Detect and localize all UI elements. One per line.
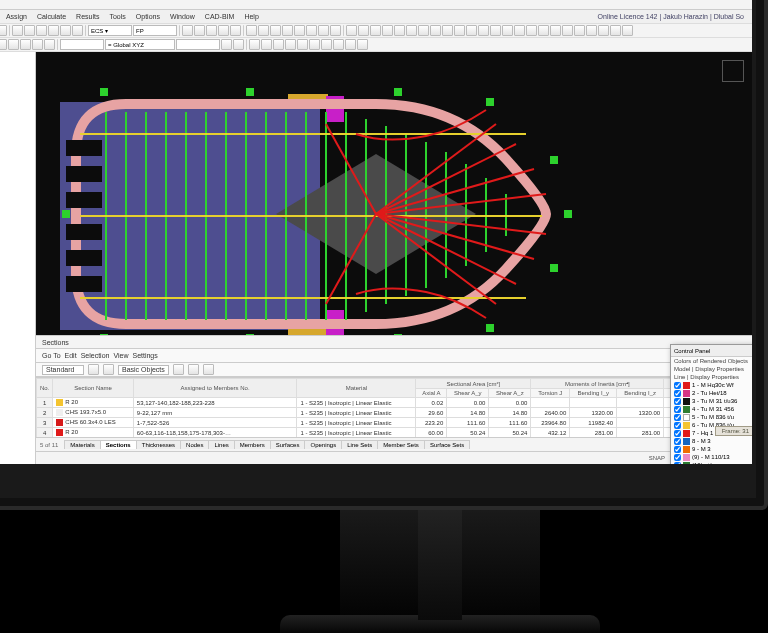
tool-button[interactable]: [418, 25, 429, 36]
tool-button[interactable]: [502, 25, 513, 36]
tool-button[interactable]: [24, 25, 35, 36]
sidebar-item[interactable]: Loads: [0, 153, 31, 162]
tool-button[interactable]: [514, 25, 525, 36]
navigator-sidebar[interactable]: RibbonLinesLoadsLoadImperfectionsImperfe…: [0, 52, 36, 464]
tool-button[interactable]: [233, 39, 244, 50]
sidebar-item[interactable]: Loads: [0, 72, 31, 81]
tool-button[interactable]: [206, 25, 217, 36]
sidebar-item[interactable]: …: [0, 243, 31, 252]
panel-checkbox[interactable]: [674, 438, 681, 445]
tool-button[interactable]: [194, 25, 205, 36]
table-row[interactable]: 3CHS 60.3x4.0 LES1-7,522-5261 - S235 | I…: [37, 418, 752, 428]
tool-button[interactable]: [103, 364, 114, 375]
sidebar-item[interactable]: Load: [0, 126, 31, 135]
toolbar-combo-coord[interactable]: = Global XYZ: [105, 39, 175, 50]
tool-button[interactable]: [306, 25, 317, 36]
sidebar-item[interactable]: al Loads: [0, 144, 31, 153]
table-row[interactable]: 2CHS 193.7x5.09-22,127 mm1 - S235 | Isot…: [37, 408, 752, 418]
tool-button[interactable]: [394, 25, 405, 36]
panel-row[interactable]: 5 - Tu M 836 t/u: [671, 413, 752, 421]
tool-button[interactable]: [203, 364, 214, 375]
tool-button[interactable]: [246, 25, 257, 36]
panel-checkbox[interactable]: [674, 430, 681, 437]
panel-row[interactable]: 3 - Tu M 31 t/u36: [671, 397, 752, 405]
sidebar-item[interactable]: Nodal Deformations: [0, 180, 31, 189]
tool-button[interactable]: [345, 39, 356, 50]
menu-help[interactable]: Help: [244, 13, 258, 20]
tool-button[interactable]: [230, 25, 241, 36]
menu-assign[interactable]: Assign: [6, 13, 27, 20]
tool-button[interactable]: [357, 39, 368, 50]
tool-button[interactable]: [318, 25, 329, 36]
link-edit[interactable]: Edit: [65, 352, 77, 359]
tool-button[interactable]: [258, 25, 269, 36]
tab-members[interactable]: Members: [234, 440, 271, 449]
sections-table[interactable]: No. Section Name Assigned to Members No.…: [36, 378, 752, 437]
panel-row[interactable]: 2 - Tu Het/18: [671, 389, 752, 397]
tool-button[interactable]: [297, 39, 308, 50]
control-panel[interactable]: Control Panel × Colors of Rendered Objec…: [670, 344, 752, 464]
sidebar-item[interactable]: Load: [0, 117, 31, 126]
tool-button[interactable]: [610, 25, 621, 36]
tool-button[interactable]: [261, 39, 272, 50]
sidebar-item[interactable]: s: [0, 234, 31, 243]
tool-button[interactable]: [490, 25, 501, 36]
sidebar-item[interactable]: Borders: [0, 276, 31, 285]
tool-button[interactable]: [20, 39, 31, 50]
tool-button[interactable]: [622, 25, 633, 36]
tool-button[interactable]: [12, 25, 23, 36]
tool-button[interactable]: [309, 39, 320, 50]
sidebar-item[interactable]: Cross-Fly Views: [0, 303, 31, 312]
sidebar-item[interactable]: Ribbon: [0, 54, 31, 63]
sidebar-item[interactable]: Objects in Recta…: [0, 294, 31, 303]
tool-button[interactable]: [218, 25, 229, 36]
tool-button[interactable]: [221, 39, 232, 50]
menu-window[interactable]: Window: [170, 13, 195, 20]
sidebar-item[interactable]: oints: [0, 225, 31, 234]
tab-openings[interactable]: Openings: [304, 440, 342, 449]
tool-button[interactable]: [8, 39, 19, 50]
menu-options[interactable]: Options: [136, 13, 160, 20]
toolbar-combo[interactable]: [60, 39, 104, 50]
tab-materials[interactable]: Materials: [64, 440, 100, 449]
tool-button[interactable]: [60, 25, 71, 36]
tab-surfaces[interactable]: Surfaces: [270, 440, 306, 449]
tool-button[interactable]: [430, 25, 441, 36]
menu-results[interactable]: Results: [76, 13, 99, 20]
panel-checkbox[interactable]: [674, 406, 681, 413]
tool-button[interactable]: [0, 39, 7, 50]
view-cube-icon[interactable]: [722, 60, 744, 82]
table-row[interactable]: 4R 2060-63,116-118,158,175-178,303-…1 - …: [37, 428, 752, 438]
link-selection[interactable]: Selection: [81, 352, 110, 359]
menu-calculate[interactable]: Calculate: [37, 13, 66, 20]
status-snap[interactable]: SNAP: [649, 455, 665, 461]
link-settings[interactable]: Settings: [132, 352, 157, 359]
sidebar-item[interactable]: Imperfections on Load …: [0, 99, 31, 108]
sidebar-item[interactable]: m Borders: [0, 285, 31, 294]
tool-button[interactable]: [270, 25, 281, 36]
tool-button[interactable]: [382, 25, 393, 36]
tool-button[interactable]: [442, 25, 453, 36]
panel-checkbox[interactable]: [674, 446, 681, 453]
panel-row[interactable]: 8 - M 3: [671, 437, 752, 445]
sidebar-item[interactable]: Load: [0, 81, 31, 90]
sidebar-item[interactable]: Descriptions: [0, 216, 31, 225]
tab-thicknesses[interactable]: Thicknesses: [136, 440, 181, 449]
panel-row[interactable]: 9 - M 3: [671, 445, 752, 453]
combo-standard[interactable]: Standard: [42, 365, 84, 375]
tool-button[interactable]: [182, 25, 193, 36]
tool-button[interactable]: [526, 25, 537, 36]
panel-row[interactable]: 1 - M Hq30c Wf: [671, 381, 752, 389]
link-view[interactable]: View: [113, 352, 128, 359]
tool-button[interactable]: [0, 25, 7, 36]
tool-button[interactable]: [72, 25, 83, 36]
link-goto[interactable]: Go To: [42, 352, 61, 359]
panel-checkbox[interactable]: [674, 382, 681, 389]
tool-button[interactable]: [249, 39, 260, 50]
panel-row[interactable]: (9) - M 110/13: [671, 453, 752, 461]
tool-button[interactable]: [370, 25, 381, 36]
sidebar-item[interactable]: posed Deformations: [0, 189, 31, 198]
tool-button[interactable]: [48, 25, 59, 36]
tool-button[interactable]: [330, 25, 341, 36]
tool-button[interactable]: [333, 39, 344, 50]
